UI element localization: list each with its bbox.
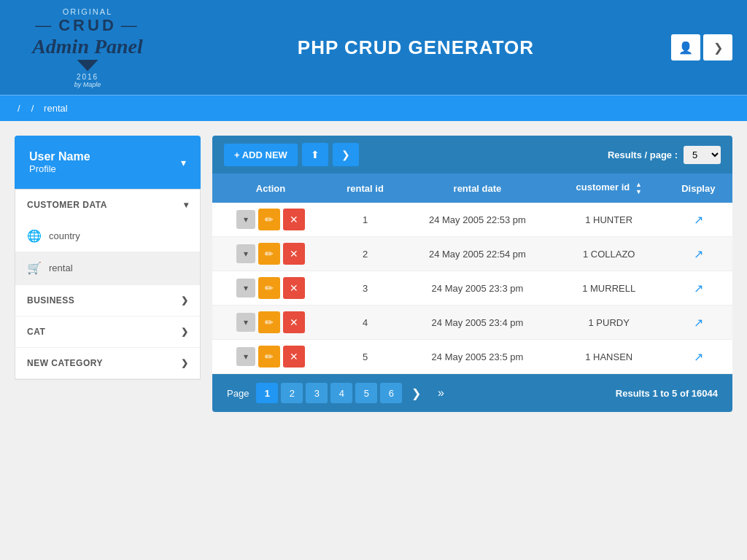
nav-group-cat: CAT ❯ bbox=[15, 316, 200, 348]
rental-id-1: 1 bbox=[329, 203, 401, 237]
page-next-button[interactable]: ❯ bbox=[405, 383, 427, 403]
cat-label: CAT bbox=[27, 327, 45, 337]
sidebar-item-country[interactable]: 🌐 country bbox=[15, 220, 200, 252]
logo-year: 2016 bbox=[77, 73, 98, 81]
row-dropdown-btn-2[interactable]: ▾ bbox=[236, 244, 255, 263]
row-dropdown-btn-3[interactable]: ▾ bbox=[236, 279, 255, 298]
customer-data-label: CUSTOMER DATA bbox=[27, 200, 107, 210]
breadcrumb-rental: rental bbox=[44, 103, 68, 114]
globe-icon: 🌐 bbox=[27, 229, 42, 243]
toolbar-arrow-button[interactable]: ❯ bbox=[333, 143, 359, 166]
toolbar-left: + ADD NEW ⬆ ❯ bbox=[224, 143, 359, 166]
display-cell-4: ↗ bbox=[665, 306, 732, 340]
page-btn-3[interactable]: 3 bbox=[306, 383, 328, 403]
business-label: BUSINESS bbox=[27, 295, 74, 306]
page-btn-4[interactable]: 4 bbox=[330, 383, 352, 403]
customer-id-1: 1 HUNTER bbox=[554, 203, 665, 237]
sort-icon[interactable]: ▲▼ bbox=[635, 181, 642, 195]
page-btn-2[interactable]: 2 bbox=[281, 383, 303, 403]
rental-id-3: 3 bbox=[329, 271, 401, 306]
view-btn-4[interactable]: ↗ bbox=[694, 316, 703, 330]
rental-date-3: 24 May 2005 23:3 pm bbox=[401, 271, 554, 306]
action-cell-2: ▾ ✏ ✕ bbox=[212, 237, 329, 271]
add-new-button[interactable]: + ADD NEW bbox=[224, 144, 298, 166]
sidebar-item-rental[interactable]: 🛒 rental bbox=[15, 252, 200, 284]
chevron-right-icon: ❯ bbox=[713, 41, 723, 55]
cat-header[interactable]: CAT ❯ bbox=[15, 316, 200, 347]
table-row: ▾ ✏ ✕ 2 24 May 2005 22:54 pm 1 COLLAZO ↗ bbox=[212, 237, 732, 271]
user-profile-button[interactable]: 👤 bbox=[671, 34, 700, 61]
col-action: Action bbox=[212, 174, 329, 203]
edit-btn-3[interactable]: ✏ bbox=[258, 277, 280, 299]
edit-btn-4[interactable]: ✏ bbox=[258, 311, 280, 333]
col-rental-id: rental id bbox=[329, 174, 401, 203]
header: ORIGINAL — CRUD — Admin Panel 2016 by Ma… bbox=[0, 0, 747, 95]
display-cell-2: ↗ bbox=[665, 237, 732, 271]
action-cell-5: ▾ ✏ ✕ bbox=[212, 340, 329, 374]
view-btn-2[interactable]: ↗ bbox=[694, 247, 703, 261]
customer-data-header[interactable]: CUSTOMER DATA ▾ bbox=[15, 190, 200, 220]
view-btn-5[interactable]: ↗ bbox=[694, 350, 703, 364]
logo-diamond bbox=[77, 60, 98, 71]
rental-id-5: 5 bbox=[329, 340, 401, 374]
table-row: ▾ ✏ ✕ 4 24 May 2005 23:4 pm 1 PURDY ↗ bbox=[212, 306, 732, 340]
new-category-chevron-icon: ❯ bbox=[181, 358, 189, 368]
delete-btn-1[interactable]: ✕ bbox=[283, 209, 305, 230]
view-btn-3[interactable]: ↗ bbox=[694, 281, 703, 295]
edit-btn-5[interactable]: ✏ bbox=[258, 346, 280, 368]
view-btn-1[interactable]: ↗ bbox=[694, 213, 703, 227]
edit-btn-1[interactable]: ✏ bbox=[258, 209, 280, 230]
table-row: ▾ ✏ ✕ 5 24 May 2005 23:5 pm 1 HANSEN ↗ bbox=[212, 340, 732, 374]
page-last-button[interactable]: » bbox=[430, 383, 452, 403]
delete-btn-4[interactable]: ✕ bbox=[283, 311, 305, 333]
delete-btn-3[interactable]: ✕ bbox=[283, 277, 305, 299]
action-cell-1: ▾ ✏ ✕ bbox=[212, 203, 329, 237]
edit-btn-2[interactable]: ✏ bbox=[258, 243, 280, 265]
page-btn-1[interactable]: 1 bbox=[256, 383, 278, 403]
customer-id-3: 1 MURRELL bbox=[554, 271, 665, 306]
user-card[interactable]: User Name Profile ▾ bbox=[15, 136, 201, 189]
rental-id-4: 4 bbox=[329, 306, 401, 340]
rental-date-2: 24 May 2005 22:54 pm bbox=[401, 237, 554, 271]
breadcrumb: / / rental bbox=[0, 95, 747, 121]
pagination-left: Page 1 2 3 4 5 6 ❯ » bbox=[227, 383, 452, 403]
row-dropdown-btn-1[interactable]: ▾ bbox=[236, 210, 255, 229]
main-layout: User Name Profile ▾ CUSTOMER DATA ▾ 🌐 co… bbox=[0, 121, 747, 427]
new-category-header[interactable]: NEW CATEGORY ❯ bbox=[15, 348, 200, 378]
header-right: 👤 ❯ bbox=[671, 34, 732, 61]
business-chevron-icon: ❯ bbox=[181, 295, 189, 306]
user-info: User Name Profile bbox=[29, 150, 90, 174]
data-table: Action rental id rental date customer id… bbox=[212, 174, 732, 374]
page-label: Page bbox=[227, 388, 249, 399]
upload-button[interactable]: ⬆ bbox=[302, 143, 328, 166]
header-chevron-button[interactable]: ❯ bbox=[703, 34, 732, 61]
page-btn-5[interactable]: 5 bbox=[355, 383, 377, 403]
display-cell-3: ↗ bbox=[665, 271, 732, 306]
row-dropdown-btn-4[interactable]: ▾ bbox=[236, 313, 255, 332]
add-new-label: + ADD NEW bbox=[234, 149, 287, 160]
user-chevron-down-icon: ▾ bbox=[181, 157, 186, 168]
logo-by: by Maple bbox=[74, 81, 101, 88]
sidebar: User Name Profile ▾ CUSTOMER DATA ▾ 🌐 co… bbox=[15, 136, 201, 412]
user-profile: Profile bbox=[29, 163, 90, 174]
logo-admin: Admin Panel bbox=[32, 35, 143, 58]
business-header[interactable]: BUSINESS ❯ bbox=[15, 285, 200, 316]
customer-id-5: 1 HANSEN bbox=[554, 340, 665, 374]
rental-date-4: 24 May 2005 23:4 pm bbox=[401, 306, 554, 340]
results-per-page-select[interactable]: 5 10 25 50 bbox=[684, 146, 721, 164]
display-cell-1: ↗ bbox=[665, 203, 732, 237]
user-name: User Name bbox=[29, 150, 90, 163]
delete-btn-2[interactable]: ✕ bbox=[283, 243, 305, 265]
delete-btn-5[interactable]: ✕ bbox=[283, 346, 305, 368]
upload-icon: ⬆ bbox=[311, 149, 320, 160]
logo-original: ORIGINAL bbox=[63, 7, 113, 16]
toolbar-right: Results / page : 5 10 25 50 bbox=[608, 146, 721, 164]
customer-id-2: 1 COLLAZO bbox=[554, 237, 665, 271]
customer-id-4: 1 PURDY bbox=[554, 306, 665, 340]
user-card-inner: User Name Profile ▾ bbox=[29, 150, 186, 174]
new-category-label: NEW CATEGORY bbox=[27, 358, 103, 368]
row-dropdown-btn-5[interactable]: ▾ bbox=[236, 347, 255, 366]
sidebar-nav: CUSTOMER DATA ▾ 🌐 country 🛒 rental BUSIN… bbox=[15, 189, 201, 380]
rental-label: rental bbox=[49, 262, 73, 273]
page-btn-6[interactable]: 6 bbox=[380, 383, 402, 403]
